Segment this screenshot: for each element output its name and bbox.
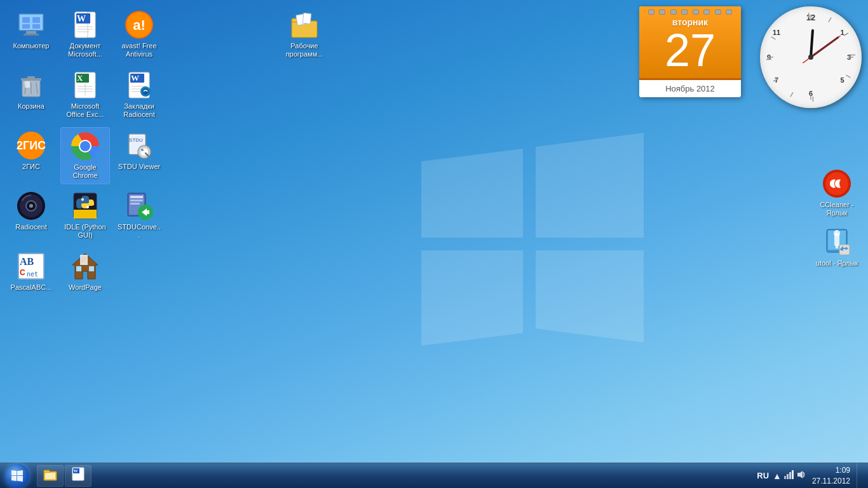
svg-text:a!: a!	[133, 17, 146, 33]
excel-icon-img: X	[70, 70, 100, 100]
svg-rect-5	[32, 17, 40, 23]
svg-line-100	[773, 79, 778, 81]
ring-3	[670, 10, 677, 15]
ring-7	[715, 10, 721, 15]
svg-rect-6	[22, 24, 30, 29]
icon-label-avast: avast! Free Antivirus	[118, 42, 161, 58]
icon-trash[interactable]: Корзина	[6, 67, 56, 124]
icon-label-wordpage: WordPage	[69, 283, 102, 292]
svg-line-93	[806, 13, 811, 18]
icon-2gis[interactable]: 2ГИС 2ГИС	[6, 127, 56, 184]
icon-utool[interactable]: utool - Ярлык	[812, 224, 862, 271]
taskbar-items: W	[34, 463, 750, 488]
svg-point-55	[29, 204, 33, 208]
ring-6	[703, 10, 710, 15]
svg-point-59	[86, 206, 89, 208]
svg-rect-73	[80, 255, 88, 265]
utool-icon-img	[822, 227, 852, 257]
svg-text:net: net	[27, 271, 38, 278]
ring-5	[693, 10, 699, 15]
computer-icon-img	[16, 10, 46, 40]
svg-line-103	[811, 30, 813, 57]
icon-ccleaner[interactable]: CCleaner - Ярлык	[812, 165, 862, 220]
icon-radiocent[interactable]: Radiocent	[6, 187, 56, 245]
svg-rect-80	[302, 13, 311, 24]
system-clock[interactable]: 1:09 27.11.2012	[810, 465, 853, 487]
svg-rect-115	[787, 474, 789, 479]
svg-line-96	[850, 53, 855, 57]
icon-label-idle-python: IDLE (Python GUI)	[64, 223, 107, 240]
notification-arrow-icon[interactable]: ▲	[773, 471, 782, 481]
icon-label-chrome: Google Chrome	[64, 163, 106, 180]
wordpage-icon-img	[70, 251, 100, 281]
icon-work-folder[interactable]: Рабочие программ...	[280, 6, 329, 62]
clock-ticks	[763, 10, 858, 105]
idle-python-icon-img	[70, 191, 100, 221]
svg-rect-4	[22, 17, 30, 23]
trash-icon-img	[16, 70, 46, 100]
network-icon[interactable]	[783, 470, 794, 482]
svg-text:W: W	[131, 73, 139, 83]
svg-rect-20	[27, 76, 35, 79]
icon-excel[interactable]: X Microsoft Office Exc...	[60, 67, 110, 124]
svg-point-44	[80, 141, 90, 151]
language-indicator[interactable]: RU	[757, 471, 769, 480]
icon-label-trash: Корзина	[18, 102, 44, 111]
pascal-icon-img: AB C net	[16, 251, 46, 281]
taskbar-word[interactable]: W	[65, 465, 92, 487]
svg-line-99	[789, 92, 794, 97]
icon-stdu-viewer[interactable]: STDU STDU Viewer	[114, 127, 164, 184]
icon-wordpage[interactable]: WordPage	[60, 248, 110, 305]
svg-rect-62	[130, 196, 143, 198]
icon-idle-python[interactable]: IDLE (Python GUI)	[60, 187, 110, 245]
icon-label-pascal: PascalABC...	[11, 283, 52, 292]
svg-line-97	[846, 74, 850, 79]
svg-rect-63	[130, 200, 143, 201]
calendar-widget[interactable]: вторник 27 Ноябрь 2012	[639, 6, 741, 104]
icon-label-utool: utool - Ярлык	[816, 259, 858, 268]
taskbar-explorer[interactable]	[37, 465, 64, 487]
desktop: Компьютер W Документ Microsoft...	[0, 0, 868, 463]
svg-point-86	[834, 230, 840, 236]
stdu-conv-icon-img	[124, 191, 154, 221]
windows-logo-icon	[10, 469, 24, 483]
icon-label-radiocent: Radiocent	[15, 223, 47, 231]
svg-rect-117	[792, 470, 794, 479]
svg-line-101	[766, 57, 771, 62]
svg-rect-3	[24, 34, 39, 36]
desktop-icons-left: Компьютер W Документ Microsoft...	[6, 6, 165, 305]
svg-rect-7	[32, 24, 40, 29]
svg-point-58	[81, 198, 84, 201]
icon-pascal[interactable]: AB C net PascalABC...	[6, 248, 56, 305]
desktop-icons-right: CCleaner - Ярлык utool - Ярлык	[812, 165, 862, 271]
analog-clock: 12 1 3 5 6 7 9 11	[760, 6, 862, 108]
svg-point-107	[808, 55, 813, 60]
svg-line-95	[844, 33, 848, 36]
icon-computer[interactable]: Компьютер	[6, 6, 56, 64]
word-icon: W	[71, 466, 86, 485]
svg-line-94	[827, 18, 832, 22]
start-button[interactable]	[0, 463, 34, 489]
ccleaner-icon-img	[822, 168, 852, 199]
svg-rect-72	[89, 266, 94, 271]
work-folder-icon-img	[289, 10, 320, 40]
svg-line-98	[811, 97, 815, 102]
icon-chrome[interactable]: Google Chrome	[60, 127, 110, 184]
show-desktop-button[interactable]	[857, 463, 862, 488]
clock-date: 27.11.2012	[812, 476, 850, 487]
svg-rect-87	[836, 245, 838, 248]
tray-icons: ▲	[773, 470, 806, 482]
volume-icon[interactable]	[796, 470, 806, 482]
icon-stdu-conv[interactable]: STDUConve...	[114, 187, 164, 245]
start-orb	[5, 464, 29, 488]
icon-label-bookmarks: Закладки Radiocent	[118, 102, 161, 119]
explorer-icon	[43, 466, 58, 485]
svg-rect-114	[784, 476, 786, 479]
svg-text:STDU: STDU	[129, 137, 143, 143]
svg-rect-2	[26, 31, 36, 34]
icon-avast[interactable]: a! avast! Free Antivirus	[114, 6, 164, 64]
svg-line-105	[811, 36, 840, 57]
icon-word-doc[interactable]: W Документ Microsoft...	[60, 6, 110, 64]
svg-text:C: C	[20, 268, 25, 277]
icon-bookmarks[interactable]: W Закладки Radiocent	[114, 67, 164, 124]
